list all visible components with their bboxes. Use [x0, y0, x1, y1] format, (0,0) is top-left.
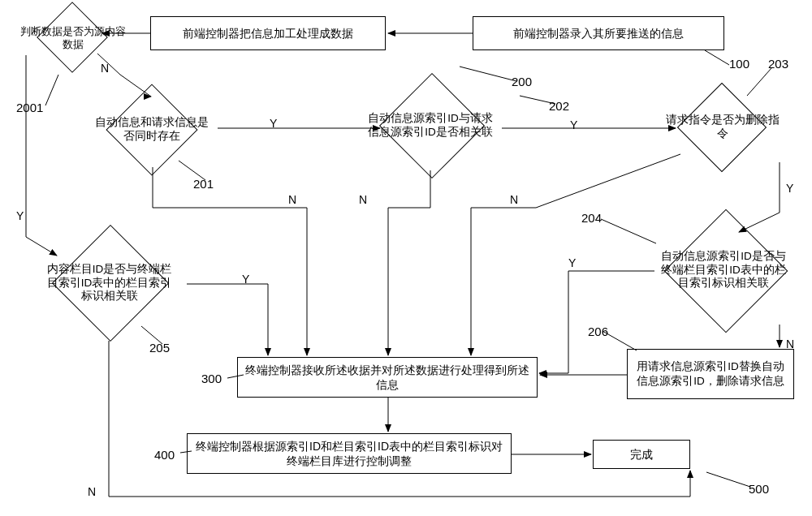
- node-done: 完成: [593, 440, 690, 469]
- label-205: 205: [149, 341, 170, 355]
- label-2001: 2001: [16, 101, 43, 114]
- yn-203-y: Y: [786, 182, 793, 195]
- node-process-text: 前端控制器把信息加工处理成数据: [183, 26, 353, 41]
- yn-205-y: Y: [242, 273, 249, 286]
- label-500: 500: [749, 482, 769, 496]
- node-adjust: 终端控制器根据源索引ID和栏目索引ID表中的栏目索引标识对终端栏目库进行控制调整: [187, 433, 512, 474]
- decision-content-col-related: 内容栏目ID是否与终端栏目索引ID表中的栏目索引标识相关联: [24, 222, 195, 344]
- decision-delete-cmd-text: 请求指令是否为删除指令: [666, 114, 780, 141]
- node-recv: 终端控制器接收所述收据并对所述数据进行处理得到所述信息: [237, 357, 538, 398]
- node-input: 前端控制器录入其所要推送的信息: [473, 16, 724, 50]
- node-replace: 用请求信息源索引ID替换自动信息源索引ID，删除请求信息: [627, 349, 794, 399]
- label-300: 300: [201, 372, 222, 385]
- yn-205-n: N: [88, 485, 96, 498]
- yn-204-y: Y: [568, 256, 576, 269]
- node-recv-text: 终端控制器接收所述收据并对所述数据进行处理得到所述信息: [244, 363, 530, 392]
- yn-202-n: N: [359, 193, 367, 206]
- decision-auto-col-related: 自动信息源索引ID是否与终端栏目索引ID表中的栏目索引标识相关联: [641, 201, 804, 339]
- label-400: 400: [154, 448, 175, 462]
- label-206: 206: [588, 325, 608, 338]
- decision-auto-req-exist-text: 自动信息和请求信息是否同时存在: [91, 116, 213, 144]
- yn-201-n: N: [288, 193, 296, 206]
- label-202: 202: [549, 99, 569, 113]
- yn-203-n: N: [510, 193, 518, 206]
- yn-2001-n: N: [101, 62, 109, 75]
- node-adjust-text: 终端控制器根据源索引ID和栏目索引ID表中的栏目索引标识对终端栏目库进行控制调整: [194, 439, 504, 468]
- node-input-text: 前端控制器录入其所要推送的信息: [513, 26, 684, 41]
- yn-204-n: N: [786, 338, 794, 350]
- node-done-text: 完成: [630, 447, 653, 462]
- node-process: 前端控制器把信息加工处理成数据: [150, 16, 386, 50]
- label-200: 200: [512, 75, 532, 88]
- yn-201-y: Y: [270, 117, 277, 130]
- decision-auto-col-related-text: 自动信息源索引ID是否与终端栏目索引ID表中的栏目索引标识相关联: [661, 250, 786, 291]
- decision-source-content-text: 判断数据是否为源内容数据: [16, 25, 130, 52]
- decision-ids-related-text: 自动信息源索引ID与请求信息源索引ID是否相关联: [365, 112, 495, 140]
- node-replace-text: 用请求信息源索引ID替换自动信息源索引ID，删除请求信息: [634, 359, 787, 388]
- yn-202-y: Y: [570, 118, 577, 131]
- label-201: 201: [193, 177, 214, 191]
- label-204: 204: [581, 211, 602, 225]
- label-100: 100: [729, 57, 749, 71]
- decision-ids-related: 自动信息源索引ID与请求信息源索引ID是否相关联: [349, 73, 512, 178]
- decision-delete-cmd: 请求指令是否为删除指令: [650, 83, 796, 172]
- decision-content-col-related-text: 内容栏目ID是否与终端栏目索引ID表中的栏目索引标识相关联: [42, 263, 176, 304]
- label-203: 203: [768, 57, 788, 71]
- yn-2001-y: Y: [16, 209, 24, 222]
- decision-auto-req-exist: 自动信息和请求信息是否同时存在: [75, 85, 229, 174]
- decision-source-content: 判断数据是否为源内容数据: [16, 6, 130, 71]
